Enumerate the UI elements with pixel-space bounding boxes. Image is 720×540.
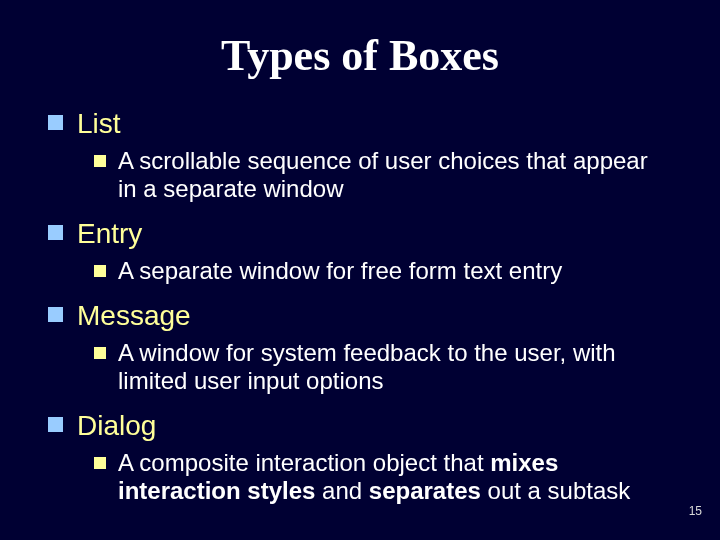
square-bullet-icon [94, 457, 106, 469]
square-bullet-icon [94, 155, 106, 167]
square-bullet-icon [48, 225, 63, 240]
square-bullet-icon [94, 265, 106, 277]
list-item: Dialog A composite interaction object th… [48, 409, 680, 505]
item-description: A separate window for free form text ent… [118, 257, 562, 285]
slide-title: Types of Boxes [40, 30, 680, 81]
bullet-list: List A scrollable sequence of user choic… [40, 107, 680, 506]
item-label: List [77, 107, 121, 141]
slide-number: 15 [689, 504, 702, 518]
item-description: A scrollable sequence of user choices th… [118, 147, 670, 204]
list-item: Entry A separate window for free form te… [48, 217, 680, 285]
square-bullet-icon [48, 115, 63, 130]
item-label: Dialog [77, 409, 156, 443]
list-item: Message A window for system feedback to … [48, 299, 680, 395]
list-item: List A scrollable sequence of user choic… [48, 107, 680, 203]
sub-list-item: A window for system feedback to the user… [94, 339, 670, 396]
square-bullet-icon [48, 417, 63, 432]
item-label: Entry [77, 217, 142, 251]
item-description: A composite interaction object that mixe… [118, 449, 670, 506]
sub-list-item: A composite interaction object that mixe… [94, 449, 670, 506]
slide: Types of Boxes List A scrollable sequenc… [0, 0, 720, 540]
square-bullet-icon [48, 307, 63, 322]
item-label: Message [77, 299, 191, 333]
sub-list-item: A separate window for free form text ent… [94, 257, 670, 285]
sub-list-item: A scrollable sequence of user choices th… [94, 147, 670, 204]
item-description: A window for system feedback to the user… [118, 339, 670, 396]
square-bullet-icon [94, 347, 106, 359]
